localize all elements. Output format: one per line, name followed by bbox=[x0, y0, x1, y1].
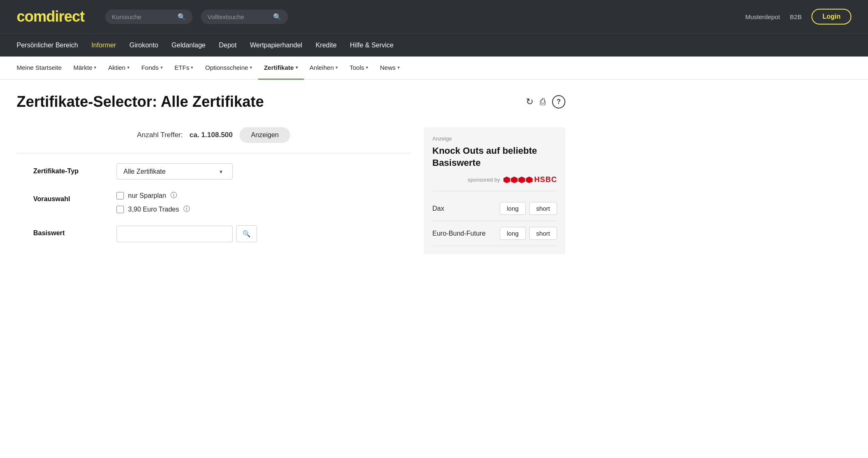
subnav-news[interactable]: News ▾ bbox=[374, 57, 406, 80]
chevron-down-icon: ▾ bbox=[191, 65, 193, 70]
kurssuche-input[interactable] bbox=[112, 13, 174, 20]
help-button[interactable]: ? bbox=[552, 95, 565, 108]
hsbc-hex-4 bbox=[526, 177, 533, 183]
eurobund-short-button[interactable]: short bbox=[529, 227, 557, 240]
nav-persoenlicher-bereich[interactable]: Persönlicher Bereich bbox=[17, 42, 78, 49]
checkbox-sparplan[interactable] bbox=[116, 192, 124, 199]
sidebar-dax-label: Dax bbox=[432, 205, 444, 212]
filter-row-vorauswahl: Vorauswahl nur Sparplan ⓘ 3,90 Euro Trad… bbox=[17, 191, 411, 214]
sponsored-text: sponsored by bbox=[468, 177, 500, 183]
sidebar-row-eurobund: Euro-Bund-Future long short bbox=[432, 221, 557, 246]
hsbc-hexagons bbox=[503, 177, 533, 183]
anzeigen-button[interactable]: Anzeigen bbox=[239, 127, 291, 143]
subnav-fonds[interactable]: Fonds ▾ bbox=[136, 57, 169, 80]
volltextsuche-search-bar: 🔍 bbox=[201, 10, 288, 24]
musterdepot-link[interactable]: Musterdepot bbox=[745, 13, 780, 20]
chevron-down-icon: ▾ bbox=[397, 65, 400, 70]
filter-row-typ: Zertifikate-Typ Alle Zertifikate Bonus-Z… bbox=[17, 163, 411, 180]
typ-select[interactable]: Alle Zertifikate Bonus-Zertifikate Disco… bbox=[116, 163, 233, 180]
subnav-meine-startseite[interactable]: Meine Startseite bbox=[17, 57, 67, 80]
sidebar-dax-buttons: long short bbox=[500, 202, 557, 215]
nav-geldanlage[interactable]: Geldanlage bbox=[172, 42, 206, 49]
main-nav: Persönlicher Bereich Informer Girokonto … bbox=[0, 33, 868, 57]
filter-row-basiswert: Basiswert 🔍 bbox=[17, 225, 411, 242]
login-button[interactable]: Login bbox=[811, 9, 851, 25]
nav-hilfe-service[interactable]: Hilfe & Service bbox=[350, 42, 394, 49]
filter-typ-label: Zertifikate-Typ bbox=[33, 163, 100, 175]
sparplan-info-icon[interactable]: ⓘ bbox=[170, 191, 177, 200]
subnav-zertifikate[interactable]: Zertifikate ▾ bbox=[258, 57, 304, 80]
filter-section: Zertifikate-Typ Alle Zertifikate Bonus-Z… bbox=[17, 153, 411, 242]
sidebar-title: Knock Outs auf beliebte Basiswerte bbox=[432, 145, 557, 169]
chevron-down-icon: ▾ bbox=[335, 65, 338, 70]
eurobund-long-button[interactable]: long bbox=[500, 227, 525, 240]
checkbox-trades[interactable] bbox=[116, 206, 124, 213]
dax-long-button[interactable]: long bbox=[500, 202, 525, 215]
checkbox-sparplan-label: nur Sparplan bbox=[128, 192, 166, 199]
subnav-optionsscheine[interactable]: Optionsscheine ▾ bbox=[199, 57, 258, 80]
page-title-row: Zertifikate-Selector: Alle Zertifikate ↻… bbox=[17, 93, 565, 111]
chevron-down-icon: ▾ bbox=[160, 65, 163, 70]
hsbc-hex-1 bbox=[503, 177, 510, 183]
treffer-label: Anzahl Treffer: bbox=[137, 131, 183, 139]
nav-kredite[interactable]: Kredite bbox=[316, 42, 337, 49]
dax-short-button[interactable]: short bbox=[529, 202, 557, 215]
sidebar-row-dax: Dax long short bbox=[432, 196, 557, 221]
sidebar-sponsored: sponsored by HSBC bbox=[432, 175, 557, 184]
filter-basiswert-label: Basiswert bbox=[33, 225, 100, 237]
checkbox-sparplan-row[interactable]: nur Sparplan ⓘ bbox=[116, 191, 190, 200]
print-button[interactable]: ⎙ bbox=[540, 96, 545, 107]
refresh-button[interactable]: ↻ bbox=[526, 96, 533, 107]
treffer-count: ca. 1.108.500 bbox=[190, 131, 233, 139]
trades-info-icon[interactable]: ⓘ bbox=[183, 205, 190, 214]
nav-depot[interactable]: Depot bbox=[219, 42, 237, 49]
basiswert-input-wrap: 🔍 bbox=[116, 225, 257, 242]
hsbc-text: HSBC bbox=[534, 175, 557, 184]
kurssuche-search-icon[interactable]: 🔍 bbox=[178, 13, 186, 21]
filter-typ-controls: Alle Zertifikate Bonus-Zertifikate Disco… bbox=[116, 163, 222, 180]
logo: comdirect bbox=[17, 8, 84, 25]
subnav-maerkte[interactable]: Märkte ▾ bbox=[67, 57, 102, 80]
sidebar: Anzeige Knock Outs auf beliebte Basiswer… bbox=[424, 127, 565, 254]
basiswert-input[interactable] bbox=[116, 226, 233, 242]
hsbc-logo: HSBC bbox=[503, 175, 557, 184]
typ-select-wrap: Alle Zertifikate Bonus-Zertifikate Disco… bbox=[116, 163, 222, 180]
chevron-down-icon: ▾ bbox=[366, 65, 368, 70]
chevron-down-icon: ▾ bbox=[250, 65, 252, 70]
basiswert-search-button[interactable]: 🔍 bbox=[236, 225, 257, 242]
sub-nav: Meine Startseite Märkte ▾ Aktien ▾ Fonds… bbox=[0, 57, 868, 80]
sidebar-divider bbox=[432, 191, 557, 191]
treffer-row: Anzahl Treffer: ca. 1.108.500 Anzeigen bbox=[17, 127, 411, 143]
content-area: Zertifikate-Selector: Alle Zertifikate ↻… bbox=[0, 80, 582, 268]
subnav-anleihen[interactable]: Anleihen ▾ bbox=[304, 57, 344, 80]
chevron-down-icon: ▾ bbox=[94, 65, 96, 70]
chevron-down-icon: ▾ bbox=[296, 65, 298, 70]
checkbox-trades-label: 3,90 Euro Trades bbox=[128, 206, 179, 213]
checkbox-trades-row[interactable]: 3,90 Euro Trades ⓘ bbox=[116, 205, 190, 214]
kurssuche-search-bar: 🔍 bbox=[105, 10, 192, 24]
subnav-tools[interactable]: Tools ▾ bbox=[344, 57, 374, 80]
filter-vorauswahl-label: Vorauswahl bbox=[33, 191, 100, 203]
title-icons: ↻ ⎙ ? bbox=[526, 95, 565, 108]
chevron-down-icon: ▾ bbox=[127, 65, 130, 70]
hsbc-hex-3 bbox=[518, 177, 525, 183]
subnav-etfs[interactable]: ETFs ▾ bbox=[169, 57, 200, 80]
volltextsuche-search-icon[interactable]: 🔍 bbox=[273, 13, 281, 21]
main-content: Anzahl Treffer: ca. 1.108.500 Anzeigen Z… bbox=[17, 127, 411, 254]
page-title: Zertifikate-Selector: Alle Zertifikate bbox=[17, 93, 264, 111]
sidebar-anzeige-label: Anzeige bbox=[432, 135, 557, 142]
sidebar-eurobund-label: Euro-Bund-Future bbox=[432, 230, 486, 237]
nav-informer[interactable]: Informer bbox=[91, 42, 116, 49]
sidebar-eurobund-buttons: long short bbox=[500, 227, 557, 240]
nav-girokonto[interactable]: Girokonto bbox=[129, 42, 158, 49]
filter-vorauswahl-controls: nur Sparplan ⓘ 3,90 Euro Trades ⓘ bbox=[116, 191, 190, 214]
subnav-aktien[interactable]: Aktien ▾ bbox=[102, 57, 136, 80]
nav-wertpapierhandel[interactable]: Wertpapierhandel bbox=[250, 42, 302, 49]
hsbc-hex-2 bbox=[511, 177, 518, 183]
volltextsuche-input[interactable] bbox=[207, 13, 270, 20]
main-sidebar-layout: Anzahl Treffer: ca. 1.108.500 Anzeigen Z… bbox=[17, 127, 565, 254]
b2b-link[interactable]: B2B bbox=[790, 13, 801, 20]
header-links: Musterdepot B2B Login bbox=[745, 9, 851, 25]
